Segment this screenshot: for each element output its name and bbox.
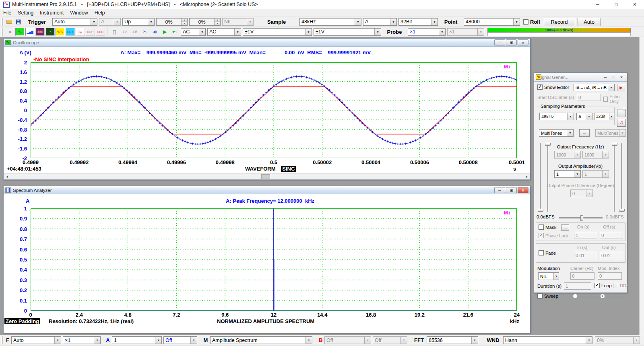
panel-restore-button[interactable]: □ (610, 74, 617, 80)
amplitude-b-coarse-slider[interactable] (621, 143, 622, 212)
mask-editor-button[interactable]: ... (561, 224, 569, 231)
oscilloscope-icon[interactable]: ∿ (15, 28, 25, 36)
fft-size-select[interactable]: 65536▼ (427, 336, 478, 344)
spectrogram-icon[interactable]: ◔ (45, 28, 55, 36)
fade-out-input[interactable] (600, 252, 623, 259)
menu-item-file[interactable]: File (0, 10, 14, 16)
a-off-select[interactable]: Off▼ (163, 336, 197, 344)
sinc-badge[interactable]: SINC (281, 166, 296, 172)
mod-index-input[interactable] (598, 272, 622, 280)
frequency-b-select[interactable]: 1000▼ (582, 151, 609, 159)
probe-b-select[interactable]: ×1▼ (447, 28, 484, 36)
spin-up-icon[interactable]: ▲ (215, 19, 220, 22)
record-button[interactable]: Record (544, 18, 575, 26)
sample-channel-select[interactable]: A▼ (363, 18, 397, 26)
scrollbar-thumb[interactable] (261, 174, 270, 179)
record-indicator-icon[interactable]: ● (5, 28, 14, 36)
open-file-icon[interactable] (5, 18, 13, 26)
mdi-vertical-scrollbar[interactable] (639, 37, 644, 335)
save-file-icon[interactable] (14, 18, 22, 26)
menu-item-help[interactable]: Help (91, 10, 108, 16)
amplitude-a-coarse-slider[interactable] (540, 143, 541, 212)
amplitude-b-select[interactable]: 1▼ (582, 170, 609, 178)
phase-select[interactable]: 0▼ (570, 189, 593, 197)
spin-up-icon[interactable]: ▲ (182, 19, 187, 22)
fade-checkbox[interactable]: Fade (539, 250, 556, 255)
auto-button[interactable]: Auto (578, 18, 601, 26)
overlap-select[interactable]: 0%▼ (595, 336, 640, 344)
signal-generator-title-bar[interactable]: Signal Gener... ─ □ × (534, 73, 627, 82)
slider-thumb[interactable] (538, 209, 543, 212)
range-a-select[interactable]: ±1V▼ (243, 28, 312, 36)
sample-bits-select[interactable]: 32Bit▼ (398, 18, 438, 26)
duration-input[interactable] (564, 282, 591, 290)
coupling-a-select[interactable]: AC▼ (181, 28, 206, 36)
toolbar-grip[interactable] (1, 18, 3, 26)
multimeter-icon[interactable]: 888 (35, 28, 45, 36)
signal-generator-icon[interactable]: ∿∿ (56, 28, 65, 36)
save-signal-button[interactable] (617, 109, 626, 117)
amplitude-a-fine-slider[interactable] (547, 143, 548, 212)
roll-checkbox[interactable]: Roll (523, 19, 540, 25)
probe-a-select[interactable]: ×1▼ (408, 28, 446, 36)
carrier-input[interactable] (570, 272, 594, 280)
toolbar-grip[interactable] (1, 28, 3, 36)
echo-only-checkbox[interactable]: Echo Only (603, 94, 627, 104)
panel-close-button[interactable]: × (518, 187, 528, 193)
waveform-b-select[interactable]: MultiTones▼ (595, 129, 626, 137)
run-echo-icon[interactable]: ▶○ (170, 28, 180, 36)
horizontal-scrollbar[interactable]: ◂ ▸ (4, 173, 530, 179)
coupling-b-select[interactable]: AC▼ (207, 28, 241, 36)
probe-calibration-icon[interactable]: ∏ (110, 28, 119, 36)
scroll-left-icon[interactable]: ◂ (4, 174, 10, 179)
toolbar-grip[interactable] (1, 336, 3, 344)
derived-data-points-icon[interactable]: ≋ (76, 28, 85, 36)
sweep-frequency-radio[interactable] (573, 294, 578, 299)
generator-rate-select[interactable]: 48kHz▼ (539, 113, 574, 120)
minimize-button[interactable]: ─ (588, 0, 607, 9)
slider-thumb[interactable] (619, 209, 625, 212)
waveform-plot[interactable]: Mi (31, 62, 517, 158)
fade-in-input[interactable] (574, 252, 597, 259)
trigger-mode-select[interactable]: Auto▼ (52, 18, 97, 26)
range-b-select[interactable]: ±1V▼ (314, 28, 381, 36)
ddc-icon[interactable]: DDC (96, 28, 105, 36)
sweep-amplitude-radio[interactable] (600, 294, 605, 299)
menu-item-instrument[interactable]: Instrument (37, 10, 67, 16)
start-osc-input[interactable] (577, 94, 601, 101)
slider-thumb[interactable] (580, 215, 583, 221)
frequency-mult-select[interactable]: ×1▼ (63, 336, 101, 344)
b-off-select[interactable]: Off▼ (373, 336, 407, 344)
amplitude-b-fine-slider[interactable] (614, 143, 615, 212)
spectrum-plot[interactable]: Mi (31, 208, 517, 311)
close-button[interactable]: × (625, 0, 644, 9)
maximize-button[interactable]: □ (607, 0, 625, 9)
show-editor-checkbox[interactable]: Show Editor (537, 84, 569, 90)
multitones-editor-button[interactable]: ... (579, 129, 590, 137)
run-generator-button[interactable]: ▶ (617, 84, 625, 91)
amplitude-a-select[interactable]: 1▼ (554, 170, 581, 178)
panel-minimize-button[interactable]: ─ (602, 74, 609, 80)
menu-item-window[interactable]: Window (67, 10, 91, 16)
scroll-right-icon[interactable]: ▸ (524, 174, 530, 179)
panel-restore-button[interactable]: ▣ (506, 187, 517, 193)
menu-item-setting[interactable]: Setting (14, 10, 37, 16)
spectrum-analyzer-icon[interactable]: ▂▅▇ (25, 28, 35, 36)
oscilloscope-title-bar[interactable]: Oscilloscope ─ ▣ × (4, 39, 530, 47)
panel-minimize-button[interactable]: ─ (494, 39, 505, 45)
mask-on-input[interactable] (574, 232, 597, 239)
mask-checkbox[interactable]: Mask (539, 224, 556, 230)
panel-restore-button[interactable]: ▣ (506, 39, 517, 45)
sweep-checkbox[interactable]: Sweep (537, 293, 558, 299)
window-function-select[interactable]: Hann▼ (503, 336, 592, 344)
zero-padding-badge[interactable]: Zero Padding (4, 318, 40, 324)
waveform-a-select[interactable]: MultiTones▼ (539, 129, 574, 137)
sample-rate-select[interactable]: 48kHz▼ (299, 18, 361, 26)
spin-down-icon[interactable]: ▼ (182, 22, 187, 25)
music-note-icon[interactable]: ♫ (617, 119, 626, 127)
panel-close-button[interactable]: × (518, 39, 528, 45)
dds-checkbox[interactable]: DDS (613, 283, 629, 288)
points-select[interactable]: 48000▼ (464, 18, 520, 26)
b-scale-select[interactable]: Off▼ (324, 336, 371, 344)
balance-slider[interactable] (559, 217, 603, 218)
